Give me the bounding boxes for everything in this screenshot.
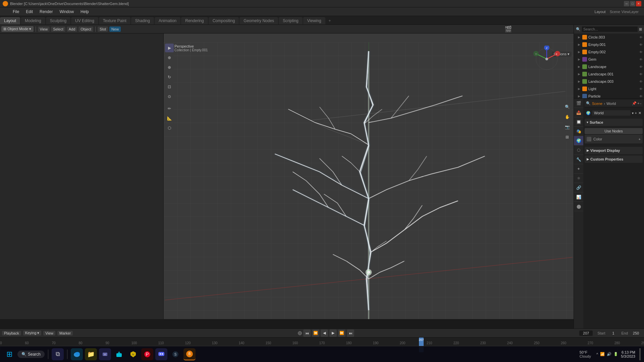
microsoft-store-icon[interactable] (113, 348, 125, 360)
annotate-tool[interactable]: ✏ (165, 104, 174, 113)
prop-tab-view-layer[interactable]: 🔲 (574, 117, 583, 127)
scene-selector[interactable]: Scene (610, 10, 620, 14)
discord-icon[interactable] (155, 348, 167, 360)
taskbar-search[interactable]: 🔍 Search (17, 351, 45, 358)
tab-viewing[interactable]: Viewing (303, 17, 325, 24)
pan-view-button[interactable]: ✋ (563, 113, 572, 121)
view-menu[interactable]: View (38, 26, 50, 32)
outliner-item[interactable]: ▶ Landscape.003 👁 (574, 78, 644, 85)
teams-icon[interactable]: T (99, 348, 111, 360)
3d-viewport[interactable]: User Perspective (207) Collection | Empt… (164, 34, 574, 319)
color-expand-icon[interactable]: + (639, 137, 641, 141)
window-controls[interactable]: ─ □ ✕ (624, 1, 641, 6)
tab-rendering[interactable]: Rendering (181, 17, 208, 24)
step-back-button[interactable]: ⏪ (312, 329, 319, 337)
prop-tab-particles[interactable]: ✦ (574, 164, 583, 174)
jump-to-end-button[interactable]: ⏭ (347, 329, 354, 337)
tab-layout[interactable]: Layout (0, 17, 20, 24)
prop-tab-physics[interactable]: ⚛ (574, 174, 583, 183)
properties-scene-icon[interactable]: 🎬 (504, 25, 512, 33)
color-row[interactable]: Color + (585, 135, 643, 143)
menu-edit[interactable]: Edit (23, 9, 36, 15)
view-menu-tl[interactable]: View (43, 331, 55, 336)
menu-window[interactable]: Window (57, 9, 76, 15)
outliner-item[interactable]: ▶ Gem 👁 (574, 56, 644, 63)
minimize-button[interactable]: ─ (624, 1, 629, 6)
rotate-tool[interactable]: ↻ (165, 73, 174, 81)
object-menu[interactable]: Object (78, 26, 93, 32)
object-mode-selector[interactable]: ⊞ Object Mode ▾ (1, 26, 34, 32)
use-nodes-button[interactable]: Use Nodes (585, 128, 643, 134)
outliner-item[interactable]: ▶ Circle.003 👁 (574, 34, 644, 41)
record-button[interactable] (298, 331, 302, 335)
remove-properties-icon[interactable]: - (640, 101, 641, 106)
outliner-item[interactable]: ▶ Empty.001 👁 (574, 41, 644, 48)
steam-icon[interactable]: S (169, 348, 181, 360)
new-workspace-button[interactable]: + (326, 17, 334, 24)
blender-menu-logo[interactable] (3, 9, 9, 15)
menu-render[interactable]: Render (37, 9, 55, 15)
tab-geometry-nodes[interactable]: Geometry Nodes (239, 17, 278, 24)
edge-icon[interactable] (71, 348, 83, 360)
viewport-display-header[interactable]: ▶ Viewport Display (585, 147, 643, 154)
tab-shading[interactable]: Shading (131, 17, 154, 24)
step-forward-button[interactable]: ⏩ (338, 329, 345, 337)
cursor-tool[interactable]: ⊕ (165, 53, 174, 62)
tab-animation[interactable]: Animation (155, 17, 180, 24)
start-frame-input[interactable]: 1 (607, 331, 619, 336)
browse-world-button[interactable]: ▾ (632, 111, 634, 115)
outliner-item[interactable]: ▶ Empty.002 👁 (574, 48, 644, 56)
keying-menu[interactable]: Keying ▾ (23, 330, 42, 336)
new-world-button[interactable]: + (635, 111, 637, 115)
maximize-button[interactable]: □ (630, 1, 635, 6)
volume-icon[interactable]: 🔊 (607, 352, 611, 356)
unlink-world-button[interactable]: ✕ (638, 111, 641, 115)
start-button[interactable]: ⊞ (3, 348, 15, 360)
outliner-item[interactable]: ▶ Light 👁 (574, 85, 644, 93)
tab-sculpting[interactable]: Sculpting (46, 17, 70, 24)
chevron-up-icon[interactable]: ^ (596, 352, 598, 356)
add-cube-tool[interactable]: ⬡ (165, 124, 174, 132)
close-button[interactable]: ✕ (636, 1, 641, 6)
taskbar-clock[interactable]: 6:13 PM 5/3/2023 (621, 350, 635, 358)
explorer-icon[interactable]: 📁 (85, 348, 97, 360)
marker-menu[interactable]: Marker (57, 331, 73, 336)
select-menu[interactable]: Select (51, 26, 65, 32)
add-menu[interactable]: Add (67, 26, 77, 32)
select-tool[interactable]: ▶ (165, 44, 174, 52)
view-layer-selector[interactable]: ViewLayer (622, 10, 639, 14)
world-name-input[interactable]: World (592, 110, 631, 116)
outliner-item[interactable]: ▶ Landscape.001 👁 (574, 70, 644, 78)
viewport-content[interactable]: User Perspective (207) Collection | Empt… (164, 42, 574, 319)
outliner-item[interactable]: ▶ Particle 👁 (574, 93, 644, 99)
prop-tab-modifier[interactable]: 🔧 (574, 155, 583, 164)
tab-scripting[interactable]: Scripting (279, 17, 303, 24)
pin-icon[interactable]: 📌 (632, 101, 637, 106)
scale-tool[interactable]: ⊡ (165, 82, 174, 91)
prop-tab-scene[interactable]: 🎭 (574, 127, 583, 136)
task-view-button[interactable]: ⧉ (52, 348, 64, 360)
tab-texture-paint[interactable]: Texture Paint (99, 17, 130, 24)
prop-tab-object[interactable]: ⬡ (574, 145, 583, 155)
play-button[interactable]: ▶ (329, 329, 337, 337)
tab-uv-editing[interactable]: UV Editing (71, 17, 98, 24)
jump-to-start-button[interactable]: ⏮ (303, 329, 311, 337)
add-properties-icon[interactable]: + (637, 101, 639, 106)
menu-file[interactable]: File (10, 9, 22, 15)
current-frame-display[interactable]: 207 (579, 330, 593, 336)
viewport-gizmo[interactable]: X Y Z (533, 46, 560, 72)
move-tool[interactable]: ⊕ (165, 63, 174, 72)
play-reverse-button[interactable]: ◀ (321, 329, 328, 337)
measure-tool[interactable]: 📐 (165, 114, 174, 123)
prop-tab-render[interactable]: 🎬 (574, 99, 583, 108)
tab-compositing[interactable]: Compositing (209, 17, 239, 24)
outliner-item[interactable]: ▶ Landscape 👁 (574, 63, 644, 70)
tab-modeling[interactable]: Modeling (21, 17, 45, 24)
prop-tab-constraints[interactable]: 🔗 (574, 183, 583, 192)
prop-tab-material[interactable]: ⬤ (574, 202, 583, 211)
battery-icon[interactable]: 🔋 (613, 352, 618, 356)
prop-tab-world[interactable]: 🌍 (574, 136, 583, 145)
pinterest-icon[interactable]: P (141, 348, 153, 360)
end-frame-input[interactable]: 250 (630, 331, 642, 336)
menu-help[interactable]: Help (78, 9, 92, 15)
